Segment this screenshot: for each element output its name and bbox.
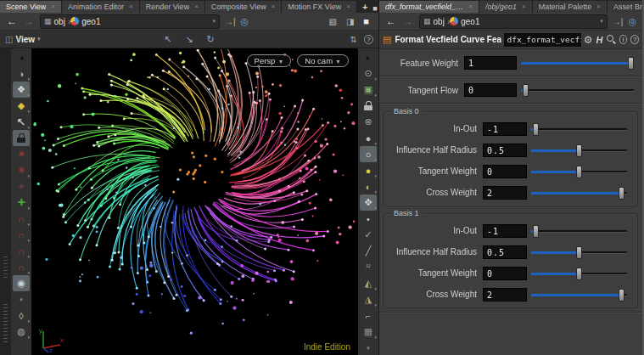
param-value-field[interactable]: 0 — [464, 83, 517, 97]
select-arrow-icon[interactable]: ↖ — [13, 114, 30, 130]
strip-caret-icon[interactable]: ▾ — [13, 291, 30, 307]
pin-icon[interactable]: →| — [610, 17, 626, 26]
select-tool-icon[interactable]: ↖ — [164, 34, 171, 45]
lighting-bulb-icon[interactable]: ○ — [360, 146, 377, 162]
param-value-field[interactable]: 0 — [483, 165, 527, 178]
point-trails-icon[interactable]: ╱ — [360, 243, 377, 259]
viewport-render[interactable] — [31, 49, 358, 355]
snap-magnet-icon[interactable]: ∩ — [13, 259, 30, 275]
select-dynamics-icon[interactable]: ◆ — [13, 98, 30, 114]
help-icon[interactable]: ? — [630, 35, 639, 44]
tab-animation-editor[interactable]: Animation Editor× — [62, 1, 140, 13]
radial-menu-icon[interactable]: ◎ — [625, 16, 639, 27]
slider-handle[interactable] — [619, 187, 624, 200]
forward-button[interactable]: → — [20, 15, 37, 27]
lock-display-icon[interactable] — [360, 98, 377, 114]
radial-menu-icon[interactable]: ◎ — [238, 16, 252, 27]
strip-caret-icon[interactable]: ▾ — [360, 340, 377, 355]
tab-render-view[interactable]: Render View× — [140, 1, 205, 13]
tab-dfx-format-vecfield-cu[interactable]: dfx_format_vecfield_cu...× — [379, 1, 479, 13]
close-tab-icon[interactable]: × — [194, 3, 199, 10]
param-slider[interactable] — [531, 121, 629, 137]
snapshot-icon[interactable]: ▧ — [326, 17, 339, 26]
drag-grip[interactable] — [3, 256, 8, 279]
network-path-field[interactable]: ▦ obj › geo1 ▾ — [40, 14, 220, 29]
no-cam-dropdown[interactable]: No cam▼ — [297, 54, 349, 67]
visibility-eye-icon[interactable]: ⊙ — [360, 65, 377, 82]
slider-handle[interactable] — [523, 84, 529, 97]
param-slider[interactable] — [531, 185, 629, 200]
group-select-icon[interactable]: ▣ — [360, 82, 377, 98]
param-value-field[interactable]: -1 — [483, 224, 527, 238]
forward-button[interactable]: → — [400, 15, 417, 27]
view-camera-icon[interactable]: ◉ — [13, 275, 30, 291]
info-icon[interactable]: i — [619, 35, 628, 44]
point-normals-icon[interactable]: ✓ — [360, 227, 377, 243]
close-tab-icon[interactable]: × — [272, 3, 276, 10]
viewport-3d[interactable]: Persp▼ No cam▼ Indie Edition y x z — [31, 48, 357, 355]
param-value-field[interactable]: 2 — [483, 186, 527, 200]
network-path-field[interactable]: ▦ obj › geo1 ▾ — [419, 14, 608, 29]
reference-disc-icon[interactable]: ◍ — [13, 324, 30, 340]
close-tab-icon[interactable]: × — [596, 3, 601, 10]
node-name-field[interactable]: dfx_format_vecfield_ — [504, 33, 580, 47]
houdini-logo-icon[interactable]: H — [596, 35, 602, 45]
view-menu-caret-icon[interactable]: ▾ — [37, 36, 41, 42]
param-slider[interactable] — [521, 82, 636, 98]
point-numbers-icon[interactable]: ¹² — [360, 259, 377, 275]
param-slider[interactable] — [531, 287, 629, 302]
param-value-field[interactable]: 0.5 — [483, 245, 527, 259]
pane-menu-icon[interactable]: ■ — [372, 4, 377, 13]
slider-handle[interactable] — [628, 57, 634, 70]
select-geometry-icon[interactable]: ❖ — [13, 82, 30, 98]
close-tab-icon[interactable]: × — [522, 3, 526, 10]
secure-selection-icon[interactable]: ◑ — [13, 65, 30, 82]
collapse-arrow-icon[interactable]: ◂ — [13, 49, 30, 65]
param-slider[interactable] — [531, 164, 629, 179]
param-value-field[interactable]: -1 — [483, 122, 527, 136]
tab-obj-geo1[interactable]: /obj/geo1× — [479, 1, 533, 13]
close-tab-icon[interactable]: × — [51, 3, 55, 10]
slider-handle[interactable] — [619, 289, 624, 301]
param-slider[interactable] — [531, 143, 629, 158]
rotate-tool-icon[interactable]: ✳ — [13, 162, 30, 178]
tab-material-palette[interactable]: Material Palette× — [533, 1, 608, 13]
tab-composite-view[interactable]: Composite View× — [205, 1, 283, 13]
param-value-field[interactable]: 0 — [483, 267, 527, 280]
snap-edge-icon[interactable]: ∩ — [13, 227, 30, 243]
drag-grip[interactable] — [3, 304, 8, 345]
scale-tool-icon[interactable]: ✳ — [13, 178, 30, 194]
translate-tool-icon[interactable]: ↘ — [185, 34, 193, 45]
snap-grid-icon[interactable]: ∩ — [13, 211, 30, 227]
gear-icon[interactable]: ⚙ — [584, 34, 593, 46]
view-corner-icon[interactable]: ⌐ — [360, 307, 377, 324]
breadcrumb-geo1[interactable]: geo1 — [81, 17, 100, 26]
param-value-field[interactable]: 1 — [464, 56, 517, 70]
slider-handle[interactable] — [576, 144, 582, 157]
slider-handle[interactable] — [576, 268, 582, 280]
path-dropdown-icon[interactable]: ▾ — [212, 18, 216, 25]
param-slider[interactable] — [531, 223, 629, 239]
param-slider[interactable] — [531, 266, 629, 281]
display-sort-icon[interactable]: ⇅ — [350, 35, 357, 44]
persp-dropdown[interactable]: Persp▼ — [247, 54, 292, 67]
prim-normals-icon[interactable]: ◭ — [360, 275, 377, 291]
slider-handle[interactable] — [576, 246, 582, 259]
breadcrumb-obj[interactable]: obj — [54, 17, 65, 26]
headlight-off-icon[interactable]: ⊗ — [360, 114, 377, 130]
back-button[interactable]: ← — [383, 15, 400, 27]
material-sphere-icon[interactable]: ● — [360, 130, 377, 146]
slider-handle[interactable] — [533, 123, 539, 136]
help-icon[interactable]: ? — [364, 35, 373, 44]
shadow-bulb-icon[interactable]: ◐ — [360, 178, 377, 194]
tab-motion-fx-view[interactable]: Motion FX View× — [282, 1, 357, 13]
maximize-pane-icon[interactable]: ■ — [361, 16, 372, 26]
breadcrumb-geo1[interactable]: geo1 — [461, 17, 479, 26]
param-slider[interactable] — [531, 245, 629, 260]
pin-icon[interactable]: →| — [222, 17, 238, 26]
snap-point-icon[interactable]: ∩ — [13, 243, 30, 259]
camera-pan-icon[interactable]: ✥ — [360, 194, 377, 211]
back-button[interactable]: ← — [3, 15, 20, 27]
path-dropdown-icon[interactable]: ▾ — [600, 18, 603, 25]
revert-tool-icon[interactable]: ↻ — [207, 34, 215, 45]
